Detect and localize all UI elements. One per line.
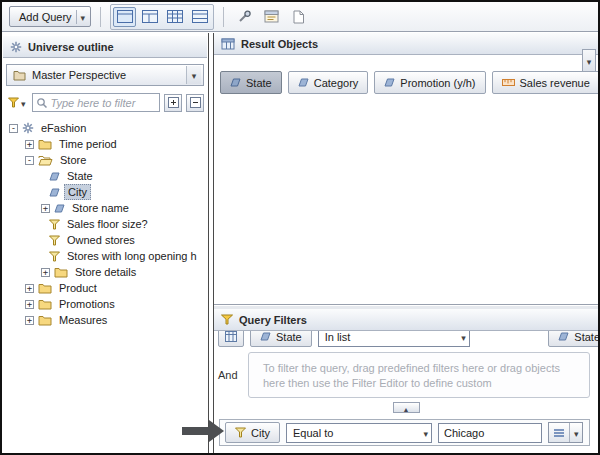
chevron-up-icon: [403, 402, 410, 414]
view-both-panes-button[interactable]: [188, 7, 211, 27]
properties-button[interactable]: [260, 7, 283, 27]
open-folder-icon: [38, 155, 53, 166]
perspective-dropdown[interactable]: Master Perspective: [6, 64, 204, 86]
value-options-dropdown[interactable]: [569, 423, 583, 442]
result-pill-category[interactable]: Category: [288, 71, 369, 94]
filter-operand-pill-state[interactable]: State: [548, 331, 598, 347]
folder-icon: [54, 267, 68, 278]
tree-item-label: Owned stores: [64, 233, 138, 247]
filter-icon: [49, 235, 60, 246]
view-default-button[interactable]: [113, 7, 136, 27]
dimension-icon: [49, 187, 60, 198]
value-list-button[interactable]: [548, 422, 584, 443]
panel-title: Universe outline: [28, 41, 114, 53]
dimension-icon: [230, 77, 241, 88]
expand-all-button[interactable]: [164, 94, 182, 112]
annotation-arrow-shaft: [182, 427, 209, 435]
collapse-filters-button[interactable]: [393, 402, 420, 413]
grid-icon: [167, 10, 183, 23]
operator-dropdown-equal-to[interactable]: Equal to: [286, 423, 432, 443]
tree-item-time-period[interactable]: Time period: [2, 136, 208, 152]
pane-layout-icon: [117, 10, 133, 23]
expand-expander-icon[interactable]: [41, 204, 50, 213]
expand-expander-icon[interactable]: [25, 300, 34, 309]
result-objects-content[interactable]: State Category Promotion (y/h) Sales rev…: [214, 55, 598, 304]
query-filters-content[interactable]: State In list State And To filter the qu…: [214, 331, 598, 453]
result-pill-state[interactable]: State: [220, 71, 282, 94]
tree-item-label: City: [64, 184, 91, 200]
tree-item-label: Store: [57, 153, 89, 167]
filter-pill-city[interactable]: City: [225, 422, 280, 443]
universe-icon: [22, 122, 34, 134]
pane-title: Result Objects: [241, 38, 318, 50]
search-box: [32, 93, 160, 112]
expand-expander-icon[interactable]: [41, 268, 50, 277]
result-pill-sales-revenue[interactable]: Sales revenue: [492, 71, 600, 94]
tree-item-state[interactable]: State: [2, 168, 208, 184]
tools-button[interactable]: [233, 7, 256, 27]
filter-drop-zone[interactable]: To filter the query, drag predefined fil…: [248, 352, 590, 398]
pill-label: Category: [314, 77, 359, 89]
tree-filter-input[interactable]: [51, 97, 156, 109]
perspective-icon: [13, 70, 26, 81]
operator-dropdown-in-list[interactable]: In list: [318, 331, 470, 347]
query-filters-pane: Query Filters State In list: [214, 309, 598, 453]
dimension-icon: [298, 77, 309, 88]
chevron-down-icon[interactable]: [81, 11, 86, 23]
chevron-down-icon: [587, 55, 592, 67]
and-operator-label[interactable]: And: [218, 369, 244, 381]
expand-expander-icon[interactable]: [25, 316, 34, 325]
tree-item-owned-stores[interactable]: Owned stores: [2, 232, 208, 248]
split-pane-icon: [142, 10, 158, 23]
tree-item-product[interactable]: Product: [2, 280, 208, 296]
operator-value: In list: [325, 331, 455, 343]
tree-item-store-details[interactable]: Store details: [2, 264, 208, 280]
pill-label: State: [276, 331, 302, 343]
query-workspace: Result Objects State Category Promotion …: [213, 33, 598, 453]
tree-item-measures[interactable]: Measures: [2, 312, 208, 328]
pill-label: Sales revenue: [520, 77, 590, 89]
filter-hint-row: And To filter the query, drag predefined…: [218, 352, 590, 398]
collapse-all-icon: [190, 97, 201, 108]
filter-value-input[interactable]: [438, 423, 542, 443]
tree-item-city[interactable]: City: [2, 184, 208, 200]
dimension-icon: [558, 331, 569, 342]
tree-item-stores-long-opening[interactable]: Stores with long opening h: [2, 248, 208, 264]
view-sql-button[interactable]: [287, 7, 310, 27]
tree-item-sales-floor-size[interactable]: Sales floor size?: [2, 216, 208, 232]
measure-icon: [502, 78, 515, 87]
expand-expander-icon[interactable]: [25, 284, 34, 293]
filter-icon: [49, 251, 60, 262]
expand-expander-icon[interactable]: [25, 140, 34, 149]
tree-item-store[interactable]: Store: [2, 152, 208, 168]
annotation-arrow: [182, 420, 224, 442]
result-objects-pane: Result Objects State Category Promotion …: [214, 33, 598, 305]
query-panel-window: Add Query: [0, 0, 600, 455]
tree-item-label: eFashion: [38, 121, 89, 135]
result-pill-promotion[interactable]: Promotion (y/h): [374, 71, 485, 94]
collapse-expander-icon[interactable]: [9, 124, 18, 133]
chevron-down-icon: [574, 427, 579, 439]
search-icon: [36, 97, 48, 109]
view-data-button[interactable]: [163, 7, 186, 27]
list-of-values-icon[interactable]: [549, 423, 569, 442]
tree-item-store-name[interactable]: Store name: [2, 200, 208, 216]
add-query-label: Add Query: [19, 11, 72, 23]
chevron-down-icon[interactable]: [186, 66, 201, 84]
folder-icon: [38, 283, 52, 294]
folder-icon: [38, 139, 52, 150]
add-query-button[interactable]: Add Query: [9, 6, 91, 27]
filter-pill-state[interactable]: State: [250, 331, 312, 347]
main-toolbar: Add Query: [2, 2, 598, 32]
document-icon: [293, 10, 305, 24]
collapse-expander-icon[interactable]: [25, 156, 34, 165]
collapse-all-button[interactable]: [186, 94, 204, 112]
tree-item-promotions[interactable]: Promotions: [2, 296, 208, 312]
view-toggle-group: [110, 4, 214, 30]
filter-object-fragment[interactable]: [218, 331, 244, 347]
result-objects-menu-button[interactable]: [582, 49, 596, 72]
pill-label: Promotion (y/h): [400, 77, 475, 89]
view-objects-button[interactable]: [138, 7, 161, 27]
tree-item-efashion[interactable]: eFashion: [2, 120, 208, 136]
filter-type-button[interactable]: [6, 96, 28, 110]
